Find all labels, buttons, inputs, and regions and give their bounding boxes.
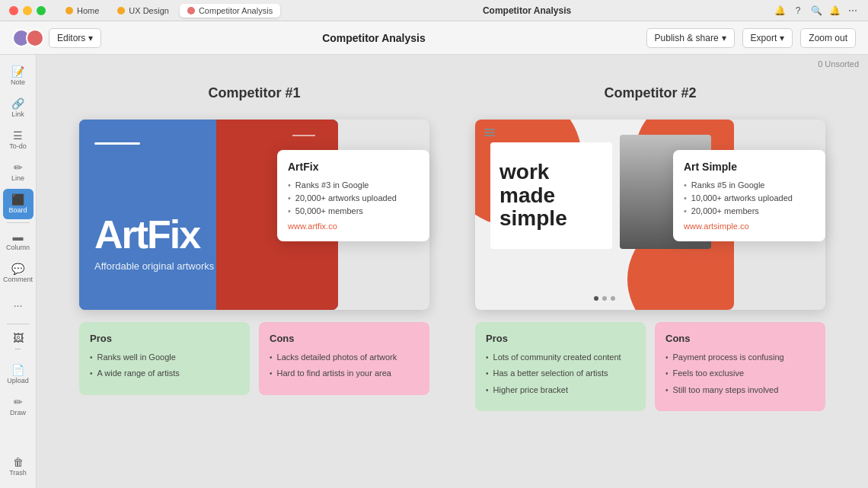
sidebar-item-board[interactable]: ⬛ Board bbox=[3, 189, 34, 219]
bullet-icon: • bbox=[270, 368, 273, 379]
bullet-icon: • bbox=[684, 180, 687, 190]
chevron-down-icon: ▾ bbox=[780, 33, 784, 43]
competitor-1-cons-item-1: • Lacks detailed photos of artwork bbox=[270, 352, 419, 363]
artfix-bar bbox=[94, 142, 140, 145]
artfix-brand: ArtFix bbox=[94, 215, 214, 254]
tab-home[interactable]: Home bbox=[58, 4, 107, 18]
close-button[interactable] bbox=[9, 6, 18, 15]
sidebar: 📝 Note 🔗 Link ☰ To-do ✏ Line ⬛ Board ▬ C… bbox=[0, 55, 37, 488]
dot-1 bbox=[594, 296, 598, 301]
artfix-tagline: Affordable original artworks bbox=[94, 260, 214, 272]
comp-tab-icon bbox=[187, 7, 195, 14]
ux-tab-icon bbox=[117, 7, 125, 14]
link-icon: 🔗 bbox=[11, 98, 24, 109]
bullet-icon: • bbox=[486, 385, 489, 396]
tab-bar: Home UX Design Competitor Analysis bbox=[58, 4, 280, 18]
maximize-button[interactable] bbox=[37, 6, 46, 15]
todo-icon: ☰ bbox=[13, 130, 23, 141]
title-bar: Home UX Design Competitor Analysis Compe… bbox=[0, 0, 868, 21]
competitor-2-pros-box: Pros • Lots of community created content… bbox=[475, 322, 646, 411]
competitor-2-section: Competitor #2 work made simple bbox=[475, 85, 825, 411]
competitor-1-card[interactable]: ArtFix Affordable original artworks ArtF… bbox=[79, 120, 429, 310]
sidebar-item-link[interactable]: 🔗 Link bbox=[3, 93, 34, 123]
minimize-button[interactable] bbox=[23, 6, 32, 15]
dot-3 bbox=[611, 296, 615, 301]
search-icon[interactable]: 🔍 bbox=[810, 5, 822, 17]
artfix-popup: ArtFix • Ranks #3 in Google • 20,000+ ar… bbox=[277, 150, 429, 241]
avatar-group bbox=[12, 29, 44, 47]
editors-button[interactable]: Editors ▾ bbox=[49, 28, 101, 48]
menu-bar-left: Editors ▾ bbox=[12, 28, 101, 48]
competitor-1-pros-title: Pros bbox=[90, 333, 239, 344]
hamburger-icon bbox=[484, 129, 495, 136]
comp-tab-label: Competitor Analysis bbox=[199, 6, 273, 15]
artfix-text: ArtFix Affordable original artworks bbox=[94, 215, 214, 272]
sidebar-item-add-image[interactable]: 🖼 ··· bbox=[3, 327, 34, 358]
title-bar-right: 🔔 ? 🔍 🔔 ⋯ bbox=[774, 5, 859, 17]
zoom-button[interactable]: Zoom out bbox=[800, 28, 856, 48]
artsimple-stat-1: • Ranks #5 in Google bbox=[684, 180, 815, 190]
work-text: work made simple bbox=[499, 161, 603, 231]
board-icon: ⬛ bbox=[11, 194, 24, 205]
question-icon[interactable]: ? bbox=[792, 5, 804, 17]
line-icon: ✏ bbox=[14, 162, 23, 173]
artsimple-link[interactable]: www.artsimple.co bbox=[684, 222, 815, 231]
artsimple-stat-3: • 20,000+ members bbox=[684, 206, 815, 215]
tab-ux-design[interactable]: UX Design bbox=[110, 4, 177, 18]
unsorted-count: 0 Unsorted bbox=[818, 59, 859, 69]
home-tab-label: Home bbox=[77, 6, 99, 15]
add-image-icon: 🖼 bbox=[13, 333, 24, 343]
menu-bar-right: Publish & share ▾ Export ▾ Zoom out bbox=[646, 28, 856, 48]
badge-icon: 🔔 bbox=[774, 5, 786, 17]
bullet-icon: • bbox=[288, 206, 291, 215]
artfix-stat-1: • Ranks #3 in Google bbox=[288, 180, 419, 190]
tab-competitor-analysis[interactable]: Competitor Analysis bbox=[180, 4, 280, 18]
artsimple-stat-2: • 10,000+ artworks uploaded bbox=[684, 193, 815, 203]
competitor-1-cons-title: Cons bbox=[270, 333, 419, 344]
artfix-link[interactable]: www.artfix.co bbox=[288, 222, 419, 231]
window-title: Competitor Analysis bbox=[286, 5, 767, 16]
competitor-2-pros-cons: Pros • Lots of community created content… bbox=[475, 322, 825, 411]
bullet-icon: • bbox=[486, 368, 489, 379]
sidebar-item-note[interactable]: 📝 Note bbox=[3, 61, 34, 91]
note-icon: 📝 bbox=[11, 66, 24, 77]
column-icon: ▬ bbox=[13, 231, 24, 242]
competitor-2-cons-item-2: • Feels too exclusive bbox=[665, 368, 815, 379]
competitor-1-title: Competitor #1 bbox=[208, 85, 300, 101]
publish-button[interactable]: Publish & share ▾ bbox=[646, 28, 735, 48]
canvas[interactable]: 0 Unsorted Competitor #1 ArtFix Affordab… bbox=[37, 55, 868, 488]
notification-icon[interactable]: 🔔 bbox=[828, 5, 841, 17]
competitor-1-pros-item-2: • A wide range of artists bbox=[90, 368, 239, 379]
artfix-stat-3: • 50,000+ members bbox=[288, 206, 419, 215]
export-button[interactable]: Export ▾ bbox=[742, 28, 793, 48]
bullet-icon: • bbox=[684, 206, 687, 215]
competitor-1-section: Competitor #1 ArtFix Affordable original… bbox=[79, 85, 429, 411]
competitor-2-cons-item-3: • Still too many steps involved bbox=[665, 384, 815, 396]
trash-icon: 🗑 bbox=[13, 457, 24, 467]
sidebar-item-column[interactable]: ▬ Column bbox=[3, 226, 34, 257]
sidebar-item-todo[interactable]: ☰ To-do bbox=[3, 125, 34, 155]
bullet-icon: • bbox=[684, 193, 687, 203]
artsimple-popup-title: Art Simple bbox=[684, 161, 815, 173]
competitor-2-card[interactable]: work made simple Art Simple bbox=[475, 120, 825, 310]
artsimple-popup: Art Simple • Ranks #5 in Google • 10,000… bbox=[673, 150, 825, 241]
sidebar-item-upload[interactable]: 📄 Upload bbox=[3, 359, 34, 390]
competitor-1-pros-cons: Pros • Ranks well in Google • A wide ran… bbox=[79, 322, 429, 395]
more-icon[interactable]: ⋯ bbox=[847, 5, 859, 17]
upload-icon: 📄 bbox=[11, 365, 24, 375]
avatar-2 bbox=[26, 29, 44, 47]
competitor-2-pros-item-3: • Higher price bracket bbox=[486, 384, 635, 396]
draw-icon: ✏ bbox=[14, 397, 23, 407]
sidebar-item-comment[interactable]: 💬 Comment bbox=[3, 258, 34, 289]
sidebar-item-trash[interactable]: 🗑 Trash bbox=[3, 451, 34, 482]
sidebar-item-more[interactable]: ··· bbox=[3, 290, 34, 321]
competitors-wrapper: Competitor #1 ArtFix Affordable original… bbox=[52, 70, 853, 426]
home-tab-icon bbox=[65, 7, 73, 14]
sidebar-item-line[interactable]: ✏ Line bbox=[3, 157, 34, 187]
ux-tab-label: UX Design bbox=[129, 6, 169, 15]
chevron-down-icon: ▾ bbox=[722, 33, 726, 43]
bullet-icon: • bbox=[288, 180, 291, 190]
work-text-box: work made simple bbox=[490, 142, 612, 249]
bullet-icon: • bbox=[270, 352, 273, 363]
sidebar-item-draw[interactable]: ✏ Draw bbox=[3, 391, 34, 422]
